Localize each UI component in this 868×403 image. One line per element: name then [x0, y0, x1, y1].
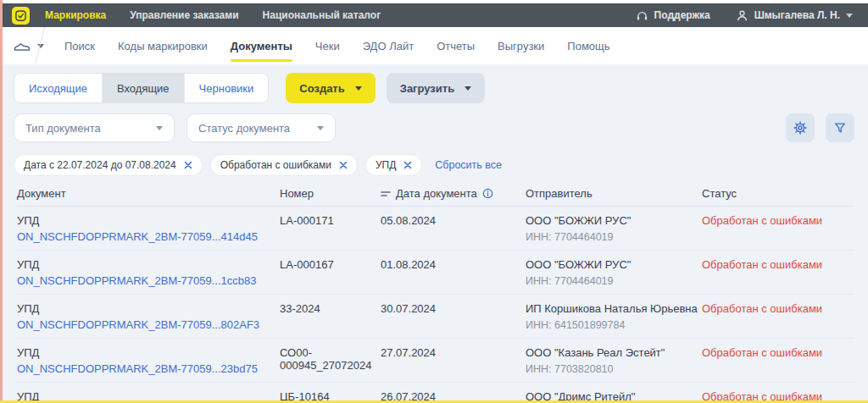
cell-document: УПД ON_NSCHFDOPPRMARK_2BM-77059...414d45	[17, 214, 280, 243]
segment-drafts[interactable]: Черновики	[185, 74, 269, 102]
tab-reports[interactable]: Отчеты	[437, 27, 475, 64]
user-icon	[736, 9, 748, 22]
sender-name: ООО "БОЖЖИ РУС"	[526, 214, 702, 227]
filter-button[interactable]	[826, 113, 854, 142]
doc-status-select-value: Статус документа	[198, 122, 290, 135]
chevron-down-icon	[156, 126, 163, 130]
header-number: Номер	[280, 187, 381, 200]
screen-edge-left	[0, 0, 3, 403]
cell-sender: ИП Коршикова Наталья Юрьевна ИНН: 641501…	[526, 302, 702, 331]
close-icon[interactable]	[403, 161, 412, 169]
documents-page: Исходящие Входящие Черновики Создать Заг…	[0, 64, 868, 403]
upload-button[interactable]: Загрузить	[387, 73, 485, 103]
topbar-right: Поддержка Шмыгалева Л. Н.	[636, 9, 853, 22]
chip-label: УПД	[376, 159, 396, 171]
status-badge: Обработан с ошибками	[702, 258, 854, 271]
documents-toolbar: Исходящие Входящие Черновики Создать Заг…	[14, 73, 854, 103]
sender-name: ООО "Казань Реал Эстейт"	[526, 346, 702, 359]
segment-outgoing[interactable]: Исходящие	[14, 74, 103, 102]
filters-row: Тип документа Статус документа	[14, 113, 854, 142]
table-row[interactable]: УПД ON_NSCHFDOPPRMARK_2BM-77059...414d45…	[17, 207, 854, 251]
cell-sender: ООО "БОЖЖИ РУС" ИНН: 7704464019	[526, 214, 702, 243]
check-square-icon	[14, 9, 27, 22]
cell-date: 30.07.2024	[381, 302, 526, 315]
cell-number: СО00-000945_27072024	[280, 346, 381, 372]
sort-icon[interactable]	[381, 190, 391, 198]
header-date[interactable]: Дата документа	[381, 187, 526, 200]
filter-chip-status: Обработан с ошибками	[210, 154, 358, 176]
info-icon[interactable]	[482, 188, 493, 199]
cell-document: УПД ON_NSCHFDOPPRMARK_2BM-77059...1ccb83	[17, 258, 280, 287]
create-button-label: Создать	[299, 82, 344, 95]
status-badge: Обработан с ошибками	[702, 302, 854, 315]
doc-type-select[interactable]: Тип документа	[14, 113, 175, 142]
filter-chip-doc-type: УПД	[365, 154, 422, 176]
topnav-order-management[interactable]: Управление заказами	[130, 9, 238, 21]
topnav-national-catalog[interactable]: Национальный каталог	[263, 9, 381, 21]
doc-link[interactable]: ON_NSCHFDOPPRMARK_2BM-77059...802AF3	[17, 318, 280, 331]
doc-link[interactable]: ON_NSCHFDOPPRMARK_2BM-77059...23bd75	[17, 362, 280, 375]
filter-chip-date-range: Дата с 22.07.2024 до 07.08.2024	[14, 154, 203, 176]
active-filter-chips: Дата с 22.07.2024 до 07.08.2024 Обработа…	[14, 154, 854, 176]
sender-inn: ИНН: 7704464019	[526, 275, 702, 287]
top-navigation-bar: Маркировка Управление заказами Националь…	[0, 3, 868, 27]
sender-inn: ИНН: 7704464019	[526, 231, 702, 243]
table-row[interactable]: УПД ON_NSCHFDOPPRMARK_2BM-77059...1ccb83…	[17, 251, 854, 295]
close-icon[interactable]	[184, 161, 192, 169]
chevron-down-icon	[465, 86, 471, 91]
chevron-down-icon	[355, 86, 362, 91]
cell-sender: ООО "БОЖЖИ РУС" ИНН: 7704464019	[526, 258, 702, 287]
create-button[interactable]: Создать	[286, 73, 375, 103]
user-menu[interactable]: Шмыгалева Л. Н.	[736, 9, 853, 22]
tab-edo-lite[interactable]: ЭДО Лайт	[363, 27, 414, 64]
support-button[interactable]: Поддержка	[636, 9, 710, 22]
doc-link[interactable]: ON_NSCHFDOPPRMARK_2BM-77059...414d45	[17, 230, 280, 243]
gear-icon	[793, 121, 807, 135]
header-date-label: Дата документа	[396, 187, 477, 200]
sender-inn: ИНН: 7703820810	[526, 363, 702, 375]
header-status: Статус	[702, 187, 854, 200]
user-name: Шмыгалева Л. Н.	[754, 9, 840, 21]
topnav-marking[interactable]: Маркировка	[45, 9, 106, 21]
doc-status-select[interactable]: Статус документа	[186, 113, 336, 142]
tab-search[interactable]: Поиск	[64, 27, 95, 64]
cell-date: 27.07.2024	[381, 346, 526, 359]
doc-link[interactable]: ON_NSCHFDOPPRMARK_2BM-77059...1ccb83	[17, 274, 280, 287]
chevron-down-icon	[846, 14, 853, 18]
tab-marking-codes[interactable]: Коды маркировки	[118, 27, 208, 64]
table-row[interactable]: УПД ON_NSCHFDOPPRMARK_2BM-77059...23bd75…	[17, 339, 854, 383]
chestny-znak-logo[interactable]	[12, 7, 30, 25]
doc-type: УПД	[17, 258, 280, 271]
section-tabs: Поиск Коды маркировки Документы Чеки ЭДО…	[64, 27, 610, 64]
table-settings-button[interactable]	[786, 113, 815, 142]
status-badge: Обработан с ошибками	[702, 346, 854, 359]
sender-name: ООО "БОЖЖИ РУС"	[526, 258, 702, 271]
doc-type: УПД	[17, 214, 280, 227]
funnel-icon	[833, 121, 847, 135]
status-badge: Обработан с ошибками	[702, 214, 854, 227]
app-screen: Маркировка Управление заказами Националь…	[0, 0, 868, 403]
header-sender: Отправитель	[526, 187, 702, 200]
segment-incoming[interactable]: Входящие	[103, 74, 185, 102]
tab-exports[interactable]: Выгрузки	[498, 27, 544, 64]
table-row[interactable]: УПД ON_NSCHFDOPPRMARK_2BM-77059...802AF3…	[17, 295, 854, 339]
chip-label: Обработан с ошибками	[220, 159, 331, 171]
tab-receipts[interactable]: Чеки	[315, 27, 340, 64]
doc-type-select-value: Тип документа	[25, 122, 101, 135]
upload-button-label: Загрузить	[400, 82, 454, 95]
headset-icon	[636, 9, 648, 22]
cell-date: 05.08.2024	[381, 214, 526, 227]
table-actions	[786, 113, 854, 142]
close-icon[interactable]	[339, 161, 348, 169]
tab-documents[interactable]: Документы	[231, 27, 292, 64]
cell-document: УПД ON_NSCHFDOPPRMARK_2BM-77059...23bd75	[17, 346, 280, 375]
cell-number: LA-000167	[280, 258, 381, 271]
cell-document: УПД ON_NSCHFDOPPRMARK_2BM-77059...802AF3	[17, 302, 280, 331]
tab-help[interactable]: Помощь	[567, 27, 609, 64]
doc-type: УПД	[17, 302, 280, 315]
cell-date: 01.08.2024	[381, 258, 526, 271]
direction-segmented-control: Исходящие Входящие Черновики	[14, 73, 269, 103]
sub-navigation-bar: Поиск Коды маркировки Документы Чеки ЭДО…	[0, 27, 868, 64]
reset-all-filters-link[interactable]: Сбросить все	[435, 159, 502, 171]
documents-table: Документ Номер Дата документа Отправител…	[14, 181, 854, 403]
